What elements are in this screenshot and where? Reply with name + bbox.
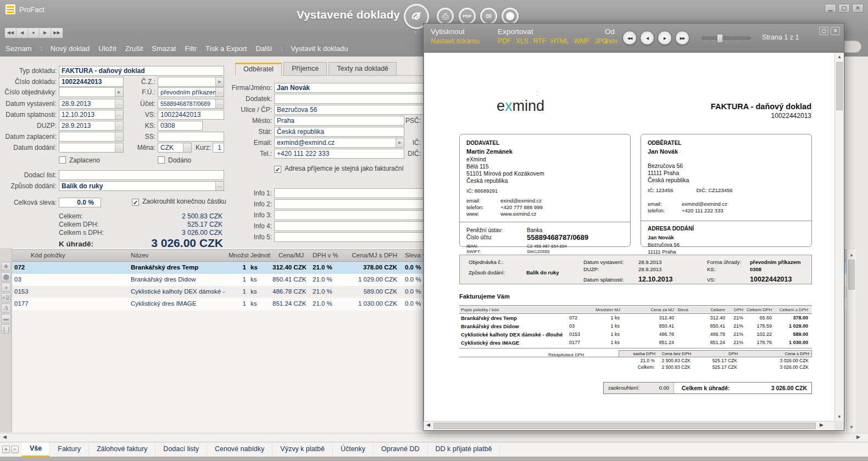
first-record-icon[interactable]: ◀◀ xyxy=(5,28,16,38)
menu-item-filtr[interactable]: Filtr xyxy=(185,44,197,53)
lookup-dots-icon[interactable]: … xyxy=(215,88,224,97)
tab-dd-k-prijate-platbe[interactable]: DD k přijaté platbě xyxy=(428,442,500,457)
tab-texty-na-doklade[interactable]: Texty na dokladě xyxy=(329,62,397,75)
prev-record-icon[interactable]: ◀ xyxy=(16,28,28,38)
tel-field[interactable]: +420 111 222 333 xyxy=(274,149,404,159)
export-pdf-link[interactable]: PDF xyxy=(498,37,511,45)
tab-prijemce[interactable]: Příjemce xyxy=(283,62,327,75)
next-record-icon[interactable]: ▶ xyxy=(40,28,51,38)
expand-arrow-icon[interactable]: ▶ xyxy=(215,77,224,86)
export-rtf-link[interactable]: RTF xyxy=(533,37,546,45)
preview-vertical-scrollbar[interactable]: ▲ ▼ xyxy=(834,53,844,421)
remove-item-icon[interactable]: ▬ xyxy=(1,314,11,323)
next-page-button[interactable]: ▶ xyxy=(658,31,672,45)
mena-field[interactable]: CZK… xyxy=(158,143,192,153)
ss-field[interactable] xyxy=(158,132,224,142)
main-horizontal-scrollbar[interactable]: ◀ ▶ xyxy=(0,433,868,442)
scroll-left-icon[interactable]: ◀ xyxy=(3,434,7,440)
export-pdf-button[interactable]: PDF xyxy=(459,8,476,25)
minimize-button[interactable]: ▁ xyxy=(825,4,836,13)
add-item-icon[interactable]: ✚ xyxy=(1,262,11,271)
ks-field[interactable]: 0308 xyxy=(158,121,203,131)
barcode-icon[interactable]: ❘❘❘❘ xyxy=(1,324,11,334)
send-mail-button[interactable]: ✉ xyxy=(480,8,497,25)
vs-field[interactable]: 10022442013 xyxy=(158,110,224,120)
preview-maximize-button[interactable]: ▢ xyxy=(819,27,828,35)
menu-item-dalsi[interactable]: Další xyxy=(255,44,272,53)
duzp-field[interactable]: 28.9.2013… xyxy=(59,121,124,131)
scroll-right-icon[interactable]: ▶ xyxy=(856,434,860,440)
lookup-dots-icon[interactable]: … xyxy=(215,182,224,190)
menu-item-smazat[interactable]: Smazat xyxy=(152,44,176,53)
kurz-field[interactable]: 1 xyxy=(213,143,224,153)
email-field[interactable]: exmind@exmind.cz▶ xyxy=(274,138,404,148)
menu-item-novy-doklad[interactable]: Nový doklad xyxy=(51,44,90,53)
datum-dodani-field[interactable]: … xyxy=(59,143,124,153)
menu-item-ulozit[interactable]: Uložit xyxy=(98,44,116,53)
export-xls-link[interactable]: XLS xyxy=(516,37,528,45)
zaplaceno-checkbox[interactable]: Zaplaceno xyxy=(59,156,100,164)
ucet-field[interactable]: 55889468787/0689… xyxy=(158,99,224,109)
close-button[interactable]: ✕ xyxy=(852,4,864,13)
grid-column-cena-mj-s-dph[interactable]: Cena/MJ s DPH xyxy=(344,250,399,261)
grid-column-nazev[interactable]: Název xyxy=(122,250,226,261)
menu-item-tisk-a-export[interactable]: Tisk a Export xyxy=(205,44,247,53)
tab-odberatel[interactable]: Odběratel xyxy=(235,63,282,76)
zaokrouhlit-checkbox[interactable]: Zaokrouhlit konečnou částku xyxy=(132,198,226,206)
scroll-down-icon[interactable]: ▼ xyxy=(835,414,844,419)
cislo-dokladu-field[interactable]: 10022442013 xyxy=(59,77,124,87)
cz-field[interactable]: ▶ xyxy=(158,77,224,87)
stopwatch-item-icon[interactable]: ◕ xyxy=(1,283,11,292)
zoom-slider[interactable] xyxy=(701,36,752,41)
menu-item-seznam[interactable]: Seznam xyxy=(5,44,32,53)
cislo-objednavky-field[interactable]: ▶ xyxy=(59,87,124,97)
first-page-button[interactable]: ◀◀ xyxy=(622,31,637,45)
scrollbar-thumb[interactable] xyxy=(433,423,816,429)
slider-thumb[interactable] xyxy=(717,34,723,43)
current-record-icon[interactable]: ● xyxy=(28,28,40,38)
tab-opravne-dd[interactable]: Opravné DD xyxy=(374,442,427,457)
mesto-field[interactable]: Praha xyxy=(274,116,404,126)
preview-close-button[interactable]: ✕ xyxy=(831,27,840,35)
menu-item-vystavit-k-dokladu[interactable]: Vystavit k dokladu xyxy=(291,44,348,53)
tab-uctenky[interactable]: Účtenky xyxy=(333,442,374,457)
scroll-up-icon[interactable]: ▲ xyxy=(835,54,844,59)
grid-column-dph-v[interactable]: DPH v % xyxy=(306,250,344,261)
print-button[interactable]: ⎙ xyxy=(437,8,454,25)
tab-faktury[interactable]: Faktury xyxy=(50,442,89,457)
menu-item-zrusit[interactable]: Zrušit xyxy=(125,44,143,53)
prev-page-button[interactable]: ◀ xyxy=(640,31,654,45)
preview-horizontal-scrollbar[interactable]: ◀ ▶ xyxy=(424,421,836,430)
tab-zalohove-faktury[interactable]: Zálohové faktury xyxy=(89,442,155,457)
grid-column-cena-mj[interactable]: Cena/MJ xyxy=(270,250,306,261)
grid-vertical-scrollbar[interactable]: ▲ ▼ xyxy=(847,250,856,432)
adresa-prijemce-checkbox[interactable]: Adresa příjemce je stejná jako fakturačn… xyxy=(274,165,404,173)
grid-column-jednotka[interactable]: Jednotka xyxy=(248,250,270,261)
last-page-button[interactable]: ▶▶ xyxy=(675,31,689,45)
fu-field[interactable]: převodním příkazem… xyxy=(158,87,224,97)
record-button[interactable] xyxy=(502,8,519,25)
tab-vse[interactable]: Vše xyxy=(22,442,50,457)
scrollbar-thumb[interactable] xyxy=(848,260,855,290)
tab-dodaci-listy[interactable]: Dodací listy xyxy=(155,442,207,457)
datum-splatnosti-field[interactable]: 12.10.2013… xyxy=(59,110,124,120)
scrollbar-thumb[interactable] xyxy=(836,62,843,110)
expand-arrow-icon[interactable]: ▶ xyxy=(396,138,404,147)
last-record-icon[interactable]: ▶▶ xyxy=(51,28,63,38)
lookup-dots-icon[interactable]: … xyxy=(183,143,191,152)
datum-zaplaceni-field[interactable]: … xyxy=(59,132,124,142)
maximize-button[interactable]: ▢ xyxy=(838,4,850,13)
scroll-down-icon[interactable]: ▼ xyxy=(847,423,856,431)
send-link[interactable]: exm xyxy=(605,37,617,45)
tab-cenove-nabidky[interactable]: Cenové nabídky xyxy=(207,442,272,457)
grid-column-kod-polozky[interactable]: Kód položky xyxy=(12,250,122,261)
lookup-dots-icon[interactable]: … xyxy=(215,99,224,108)
export-html-link[interactable]: HTML xyxy=(551,37,569,45)
export-wmf-link[interactable]: WMF xyxy=(574,37,589,45)
text-item-icon[interactable]: A xyxy=(1,303,11,313)
grid-column-mnozstvi[interactable]: Množství xyxy=(226,250,248,261)
add-list-item-icon[interactable]: +☰ xyxy=(1,293,11,302)
zoom-in-button[interactable]: + xyxy=(2,446,10,453)
typ-dokladu-field[interactable]: FAKTURA - daňový doklad xyxy=(59,66,224,76)
celkova-sleva-field[interactable]: 0.0 % xyxy=(59,198,101,207)
